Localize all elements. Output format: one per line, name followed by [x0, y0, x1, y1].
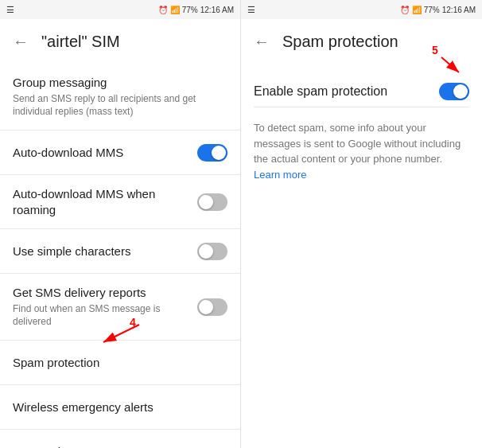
- alarm-icon: ⏰: [158, 6, 168, 14]
- right-alarm-icon: ⏰: [400, 6, 410, 14]
- right-battery-text: 77%: [424, 6, 440, 14]
- right-panel: ☰ ⏰ 📶 77% 12:16 AM ← Spam protection Ena…: [241, 0, 482, 448]
- spam-description: To detect spam, some info about your mes…: [254, 120, 469, 182]
- settings-item-group-messaging[interactable]: Group messaging Send an SMS reply to all…: [0, 64, 240, 131]
- settings-list: Group messaging Send an SMS reply to all…: [0, 64, 240, 448]
- battery-text: 77%: [182, 6, 198, 14]
- left-app-bar: ← "airtel" SIM: [0, 19, 240, 64]
- group-messaging-title: Group messaging: [13, 75, 227, 91]
- simple-chars-toggle-knob: [199, 244, 213, 259]
- settings-item-wireless-emergency[interactable]: Wireless emergency alerts: [0, 385, 240, 430]
- learn-more-link[interactable]: Learn more: [254, 169, 306, 181]
- sms-delivery-toggle[interactable]: [197, 298, 227, 316]
- spam-description-text: To detect spam, some info about your mes…: [254, 122, 461, 165]
- settings-item-auto-mms[interactable]: Auto-download MMS: [0, 131, 240, 175]
- auto-mms-roaming-toggle-knob: [199, 195, 213, 209]
- group-messaging-subtitle: Send an SMS reply to all recipients and …: [13, 92, 227, 119]
- right-status-bar: ☰ ⏰ 📶 77% 12:16 AM: [241, 0, 482, 19]
- auto-mms-roaming-title: Auto-download MMS when roaming: [13, 186, 197, 217]
- right-notification-icon: ☰: [247, 5, 255, 15]
- left-app-bar-title: "airtel" SIM: [41, 33, 120, 51]
- enable-spam-label: Enable spam protection: [254, 84, 387, 99]
- spam-protection-content: Enable spam protection To detect spam, s…: [241, 64, 482, 195]
- right-signal-icon: 📶: [412, 6, 422, 14]
- notification-icon: ☰: [6, 5, 14, 15]
- sim-card-title: SIM card messages: [13, 444, 227, 448]
- auto-mms-roaming-toggle[interactable]: [197, 193, 227, 211]
- signal-icon: 📶: [170, 6, 180, 14]
- right-app-bar-title: Spam protection: [282, 33, 398, 51]
- status-bar-right: ⏰ 📶 77% 12:16 AM: [158, 6, 234, 14]
- sms-delivery-title: Get SMS delivery reports: [13, 285, 197, 301]
- right-back-button[interactable]: ←: [254, 33, 270, 51]
- left-back-button[interactable]: ←: [13, 33, 29, 51]
- settings-item-sim-card[interactable]: SIM card messages: [0, 430, 240, 448]
- enable-spam-row[interactable]: Enable spam protection: [254, 76, 469, 107]
- time-left: 12:16 AM: [200, 6, 234, 14]
- left-panel: ☰ ⏰ 📶 77% 12:16 AM ← "airtel" SIM Group …: [0, 0, 241, 448]
- settings-item-spam-protection[interactable]: Spam protection: [0, 341, 240, 385]
- wireless-emergency-title: Wireless emergency alerts: [13, 399, 227, 415]
- right-app-bar: ← Spam protection: [241, 19, 482, 64]
- spam-protection-title: Spam protection: [13, 355, 227, 371]
- right-status-bar-left: ☰: [247, 5, 255, 15]
- auto-mms-title: Auto-download MMS: [13, 145, 197, 161]
- left-status-bar: ☰ ⏰ 📶 77% 12:16 AM: [0, 0, 240, 19]
- auto-mms-toggle-knob: [212, 146, 226, 160]
- sms-delivery-subtitle: Find out when an SMS message is delivere…: [13, 302, 197, 329]
- settings-item-auto-mms-roaming[interactable]: Auto-download MMS when roaming: [0, 175, 240, 229]
- status-bar-left: ☰: [6, 5, 14, 15]
- settings-item-simple-chars[interactable]: Use simple characters: [0, 229, 240, 274]
- auto-mms-toggle[interactable]: [197, 144, 227, 162]
- right-time: 12:16 AM: [442, 6, 476, 14]
- simple-chars-toggle[interactable]: [197, 243, 227, 260]
- right-status-bar-right: ⏰ 📶 77% 12:16 AM: [400, 6, 476, 14]
- sms-delivery-toggle-knob: [199, 300, 213, 314]
- enable-spam-toggle[interactable]: [439, 83, 469, 100]
- settings-item-sms-delivery[interactable]: Get SMS delivery reports Find out when a…: [0, 274, 240, 341]
- simple-chars-title: Use simple characters: [13, 243, 197, 259]
- enable-spam-toggle-knob: [453, 84, 468, 99]
